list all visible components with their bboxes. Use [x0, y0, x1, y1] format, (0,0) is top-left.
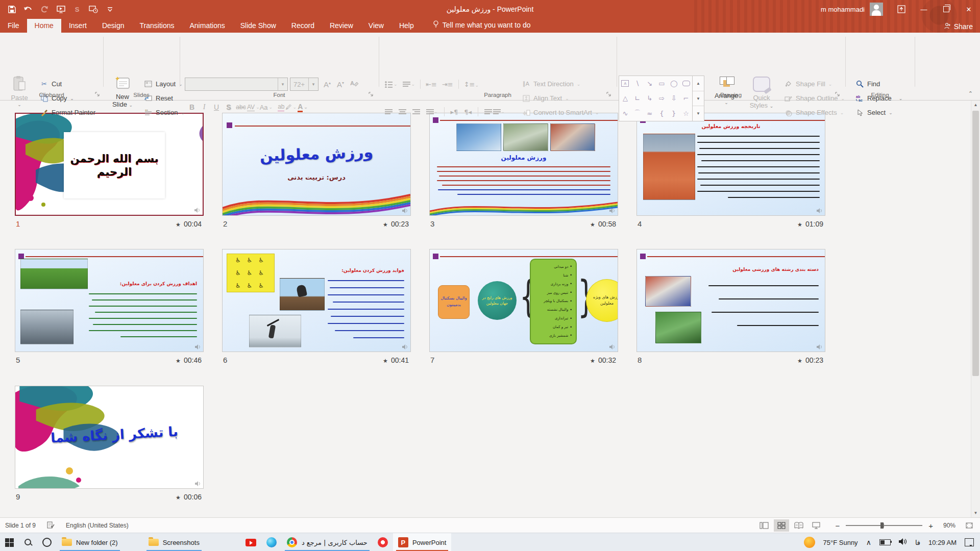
tray-expand-icon[interactable]: ∧: [866, 538, 871, 546]
slide-thumbnail-3[interactable]: ورزش معلولین: [429, 113, 618, 216]
weather-sun-icon[interactable]: [804, 537, 815, 548]
cut-button[interactable]: ✂ Cut: [40, 80, 62, 88]
increase-indent-button[interactable]: ⇥≡: [442, 81, 453, 88]
taskbar-new-folder-window[interactable]: New folder (2): [57, 533, 123, 551]
bullets-button[interactable]: ⌄: [385, 81, 398, 88]
taskbar-screenshots-window[interactable]: Screenshots: [143, 533, 205, 551]
font-name-combobox[interactable]: ▾: [185, 78, 288, 91]
italic-button[interactable]: I: [198, 101, 210, 113]
scrollbar-thumb[interactable]: [972, 111, 979, 376]
tab-insert[interactable]: Insert: [61, 19, 94, 33]
taskbar-edge-button[interactable]: [261, 533, 282, 551]
customize-qat-icon[interactable]: [105, 5, 114, 14]
slide-thumbnail-6[interactable]: ♿ ♿ ♿♿ ♿ ♿♿ ♿ ♿ فواید ورزش کردن معلولین:: [222, 249, 411, 352]
zoom-out-button[interactable]: −: [835, 521, 840, 530]
tab-home[interactable]: Home: [27, 19, 61, 33]
zoom-slider[interactable]: [846, 525, 922, 526]
section-button[interactable]: Section⌄: [144, 108, 185, 117]
shape-arrow-icon[interactable]: ↘: [647, 80, 652, 87]
clipboard-dialog-launcher-icon[interactable]: [95, 92, 101, 98]
decrease-indent-button[interactable]: ⇤≡: [426, 81, 437, 88]
volume-icon[interactable]: [899, 538, 907, 546]
taskbar-powerpoint-window[interactable]: P PowerPoint: [393, 533, 451, 551]
slide-cell-8[interactable]: دسته بندی رشته های ورزشی معلولین 8 00:23: [636, 249, 825, 364]
rtl-direction-button[interactable]: ¶◂: [464, 108, 472, 116]
numbering-button[interactable]: ⌄: [403, 81, 415, 88]
tab-view[interactable]: View: [361, 19, 391, 33]
drawing-dialog-launcher-icon[interactable]: [835, 92, 841, 98]
slide-thumbnail-4[interactable]: تاریخچه ورزش معلولین: [636, 113, 825, 216]
avatar[interactable]: [870, 3, 883, 16]
spellcheck-icon[interactable]: [47, 521, 55, 530]
highlight-color-button[interactable]: ab🖉⌄: [278, 101, 297, 113]
character-spacing-button[interactable]: AV⌄: [247, 101, 260, 113]
scroll-up-icon[interactable]: ▲: [971, 101, 980, 109]
tab-record[interactable]: Record: [284, 19, 322, 33]
action-center-icon[interactable]: [965, 538, 974, 546]
share-button[interactable]: Share: [944, 22, 973, 31]
slide-cell-1[interactable]: بسم الله الرحمن الرحیم 1 00:04: [15, 113, 204, 228]
slide-sorter-view-button[interactable]: [774, 519, 789, 532]
font-name-dropdown-icon[interactable]: ▾: [278, 78, 287, 90]
shape-right-brace-icon[interactable]: }: [672, 110, 676, 117]
redo-icon[interactable]: [40, 5, 49, 14]
fit-to-window-button[interactable]: [962, 519, 977, 532]
columns-button[interactable]: ⌄: [484, 109, 505, 115]
arrange-button[interactable]: Arrange ⌄: [710, 77, 742, 105]
shape-arc-icon[interactable]: ⌒: [634, 109, 641, 118]
slide-cell-6[interactable]: ♿ ♿ ♿♿ ♿ ♿♿ ♿ ♿ فواید ورزش کردن معلولین:…: [222, 249, 411, 364]
align-center-button[interactable]: [399, 109, 406, 115]
slide-cell-9[interactable]: با تشکر از نگاه شما 9 00:06: [15, 386, 204, 501]
shape-effects-button[interactable]: Shape Effects⌄: [784, 108, 844, 117]
slide-thumbnail-1[interactable]: بسم الله الرحمن الرحیم: [15, 113, 204, 216]
slide-thumbnail-8[interactable]: دسته بندی رشته های ورزشی معلولین: [636, 249, 825, 352]
style-addin-icon[interactable]: S: [72, 5, 82, 14]
shapes-more-icon[interactable]: ▼: [693, 106, 704, 121]
slide-cell-7[interactable]: والیبال بسکتبال بدمینتون ورزش های رایج د…: [429, 249, 618, 364]
justify-button[interactable]: ⌄: [426, 109, 438, 115]
shapes-scroll-up-icon[interactable]: ▲: [693, 76, 704, 91]
shape-oval-icon[interactable]: ◯: [670, 80, 678, 87]
shape-curve-icon[interactable]: ≈: [647, 110, 652, 117]
slide-cell-5[interactable]: اهداف ورزش کردن برای معلولین: 5 00:46: [15, 249, 204, 364]
slide-cell-4[interactable]: تاریخچه ورزش معلولین 4 01:09: [636, 113, 825, 228]
reading-view-button[interactable]: [791, 519, 806, 532]
undo-icon[interactable]: [23, 5, 33, 14]
taskbar-browser-window[interactable]: حساب کاربری | مرجع دا...: [282, 533, 373, 551]
weather-text[interactable]: 75°F Sunny: [823, 539, 858, 546]
shape-scribble-icon[interactable]: ∿: [622, 110, 628, 117]
tab-transitions[interactable]: Transitions: [132, 19, 182, 33]
restore-button[interactable]: [935, 0, 958, 18]
slide-sorter[interactable]: بسم الله الرحمن الرحیم 1 00:04 ورزش معلو…: [0, 101, 980, 517]
zoom-percentage[interactable]: 90%: [935, 522, 955, 529]
ltr-direction-button[interactable]: ▸¶: [451, 108, 458, 116]
vertical-scrollbar[interactable]: ▲ ▼: [971, 101, 980, 517]
minimize-button[interactable]: —: [913, 0, 935, 18]
ribbon-display-options-icon[interactable]: [890, 0, 913, 18]
shape-fill-button[interactable]: Shape Fill⌄: [784, 80, 832, 88]
taskbar-youtube-button[interactable]: [240, 533, 261, 551]
collapse-ribbon-icon[interactable]: ⌃: [968, 90, 973, 97]
slide-thumbnail-7[interactable]: والیبال بسکتبال بدمینتون ورزش های رایج د…: [429, 249, 618, 352]
tab-help[interactable]: Help: [391, 19, 422, 33]
slide-cell-3[interactable]: ورزش معلولین 3 00:58: [429, 113, 618, 228]
text-shadow-button[interactable]: S: [223, 101, 235, 113]
zoom-in-button[interactable]: +: [928, 521, 933, 530]
shapes-gallery[interactable]: A ∖ ↘ ▭ ◯ △ ∟ ↳ ⇨ ⇩ ⌐ ∿ ⌒ ≈ { } ☆ ▲ ▼ ▼: [619, 76, 704, 121]
shape-left-brace-icon[interactable]: {: [659, 110, 664, 117]
bold-button[interactable]: B: [186, 101, 198, 113]
strikethrough-button[interactable]: abc: [235, 101, 247, 113]
taskbar-search-button[interactable]: [19, 533, 37, 551]
tab-review[interactable]: Review: [322, 19, 361, 33]
normal-view-button[interactable]: [756, 519, 772, 532]
font-color-button[interactable]: A⌄: [297, 101, 309, 113]
font-dialog-launcher-icon[interactable]: [369, 92, 375, 98]
font-size-combobox[interactable]: 72+ ▾: [290, 78, 318, 91]
text-direction-button[interactable]: ∥A Text Direction⌄: [522, 80, 580, 88]
save-icon[interactable]: [7, 5, 16, 14]
shape-rounded-rectangle-icon[interactable]: [682, 81, 690, 86]
tab-slideshow[interactable]: Slide Show: [233, 19, 284, 33]
tab-file[interactable]: File: [0, 19, 27, 33]
font-size-dropdown-icon[interactable]: ▾: [308, 78, 318, 90]
decrease-font-size-button[interactable]: A▾: [337, 80, 344, 89]
